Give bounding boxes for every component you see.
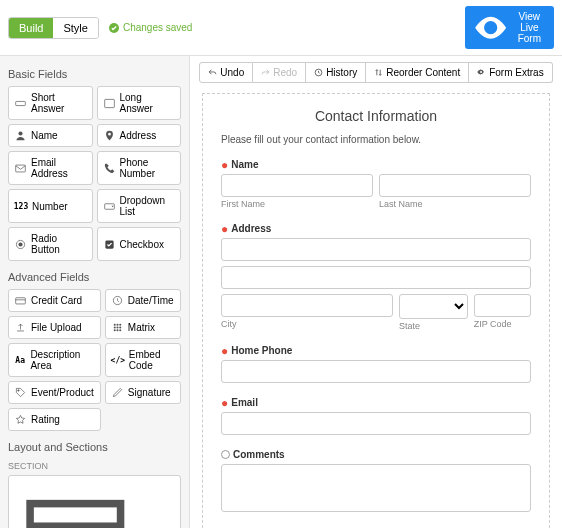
section-subheading: SECTION [8, 461, 181, 471]
extras-button[interactable]: Form Extras [469, 62, 552, 83]
history-icon [314, 68, 323, 77]
view-live-label: View Live Form [513, 11, 546, 44]
field-phone-block[interactable]: ●Home Phone [221, 345, 531, 383]
eye-icon [473, 10, 508, 45]
comments-textarea[interactable] [221, 464, 531, 512]
city-input[interactable] [221, 294, 393, 317]
redo-button[interactable]: Redo [253, 62, 306, 83]
gear-icon [477, 68, 486, 77]
reorder-icon [374, 68, 383, 77]
card-icon [15, 295, 26, 306]
required-icon: ● [221, 398, 228, 408]
svg-point-12 [114, 324, 116, 326]
required-icon: ● [221, 160, 228, 170]
svg-point-13 [116, 324, 118, 326]
field-datetime[interactable]: Date/Time [105, 289, 181, 312]
zip-input[interactable] [474, 294, 531, 317]
layout-section[interactable]: Section [8, 475, 181, 528]
tab-style[interactable]: Style [53, 18, 97, 38]
field-rating[interactable]: Rating [8, 408, 101, 431]
history-button[interactable]: History [306, 62, 366, 83]
field-comments-block[interactable]: Comments [221, 449, 531, 514]
clock-icon [112, 295, 123, 306]
field-email[interactable]: Email Address [8, 151, 93, 185]
field-address[interactable]: Address [97, 124, 182, 147]
field-address-block[interactable]: ●Address City State ZIP Code [221, 223, 531, 331]
first-name-input[interactable] [221, 174, 373, 197]
address-label: ●Address [221, 223, 531, 234]
address-line1-input[interactable] [221, 238, 531, 261]
undo-button[interactable]: Undo [199, 62, 253, 83]
address-line2-input[interactable] [221, 266, 531, 289]
field-radio[interactable]: Radio Button [8, 227, 93, 261]
tab-build[interactable]: Build [9, 18, 53, 38]
phone-label: ●Home Phone [221, 345, 531, 356]
svg-point-14 [119, 324, 121, 326]
field-name-block[interactable]: ●Name First Name Last Name [221, 159, 531, 209]
advanced-fields-heading: Advanced Fields [8, 271, 181, 283]
grid-icon [112, 322, 123, 333]
email-label: ●Email [221, 397, 531, 408]
svg-rect-2 [104, 99, 114, 107]
svg-point-20 [119, 330, 121, 332]
first-name-sublabel: First Name [221, 199, 373, 209]
radio-icon [15, 239, 26, 250]
check-circle-icon [109, 23, 119, 33]
name-label: ●Name [221, 159, 531, 170]
checkbox-icon [104, 239, 115, 250]
field-embed[interactable]: </>Embed Code [105, 343, 181, 377]
field-description[interactable]: AaDescription Area [8, 343, 101, 377]
last-name-input[interactable] [379, 174, 531, 197]
svg-point-7 [18, 242, 22, 246]
view-live-button[interactable]: View Live Form [465, 6, 554, 49]
field-matrix[interactable]: Matrix [105, 316, 181, 339]
form-container[interactable]: Contact Information Please fill out your… [202, 93, 550, 528]
form-area: Contact Information Please fill out your… [190, 89, 562, 528]
reorder-button[interactable]: Reorder Content [366, 62, 469, 83]
field-credit-card[interactable]: Credit Card [8, 289, 101, 312]
optional-icon [221, 450, 230, 459]
field-event[interactable]: Event/Product [8, 381, 101, 404]
number-icon: 123 [15, 202, 27, 211]
svg-point-3 [18, 132, 22, 136]
canvas-toolbar: Undo Redo History Reorder Content Form E… [190, 56, 562, 89]
svg-point-17 [119, 327, 121, 329]
section-icon [15, 481, 136, 528]
top-bar: Build Style Changes saved View Live Form [0, 0, 562, 56]
canvas: Undo Redo History Reorder Content Form E… [190, 56, 562, 528]
phone-icon [104, 163, 115, 174]
svg-point-21 [18, 390, 19, 391]
field-short-answer[interactable]: Short Answer [8, 86, 93, 120]
field-dropdown[interactable]: Dropdown List [97, 189, 182, 223]
phone-input[interactable] [221, 360, 531, 383]
save-status-text: Changes saved [123, 22, 193, 33]
redo-icon [261, 68, 270, 77]
layout-heading: Layout and Sections [8, 441, 181, 453]
field-file-upload[interactable]: File Upload [8, 316, 101, 339]
pen-icon [112, 387, 123, 398]
short-answer-icon [15, 98, 26, 109]
zip-sublabel: ZIP Code [474, 319, 531, 329]
svg-point-18 [114, 330, 116, 332]
svg-rect-1 [16, 101, 26, 105]
field-phone[interactable]: Phone Number [97, 151, 182, 185]
state-select[interactable] [399, 294, 468, 319]
email-input[interactable] [221, 412, 531, 435]
field-checkbox[interactable]: Checkbox [97, 227, 182, 261]
state-sublabel: State [399, 321, 468, 331]
dropdown-icon [104, 201, 115, 212]
upload-icon [15, 322, 26, 333]
svg-rect-4 [16, 165, 26, 172]
field-email-block[interactable]: ●Email [221, 397, 531, 435]
form-title: Contact Information [221, 108, 531, 124]
required-icon: ● [221, 346, 228, 356]
person-icon [15, 130, 26, 141]
code-icon: </> [112, 356, 124, 365]
field-number[interactable]: 123Number [8, 189, 93, 223]
field-signature[interactable]: Signature [105, 381, 181, 404]
field-long-answer[interactable]: Long Answer [97, 86, 182, 120]
advanced-fields-grid: Credit Card Date/Time File Upload Matrix… [8, 289, 181, 431]
tag-icon [15, 387, 26, 398]
svg-point-15 [114, 327, 116, 329]
field-name[interactable]: Name [8, 124, 93, 147]
